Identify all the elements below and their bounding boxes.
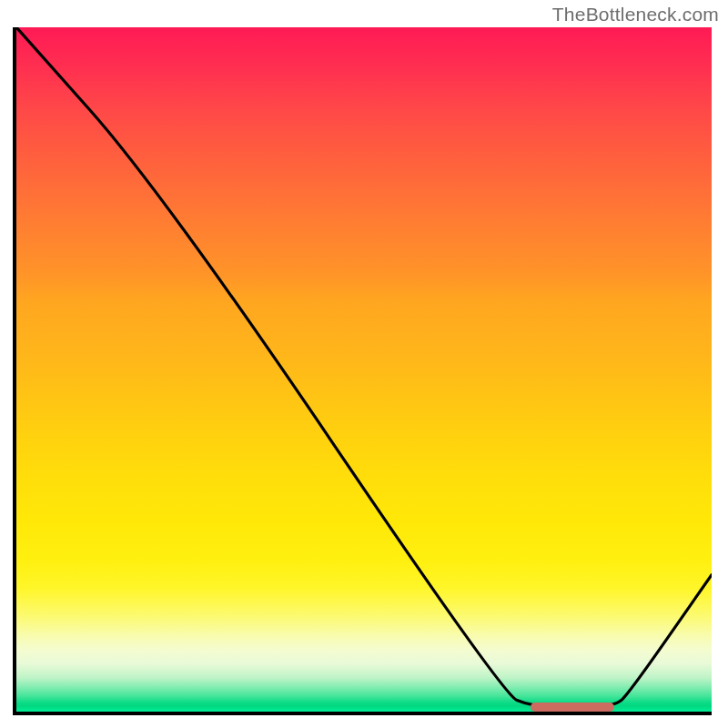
x-axis xyxy=(16,712,712,715)
bottleneck-curve xyxy=(16,27,712,707)
optimal-range-marker xyxy=(531,703,614,712)
chart-curve-layer xyxy=(16,27,712,712)
watermark-text: TheBottleneck.com xyxy=(552,4,719,25)
